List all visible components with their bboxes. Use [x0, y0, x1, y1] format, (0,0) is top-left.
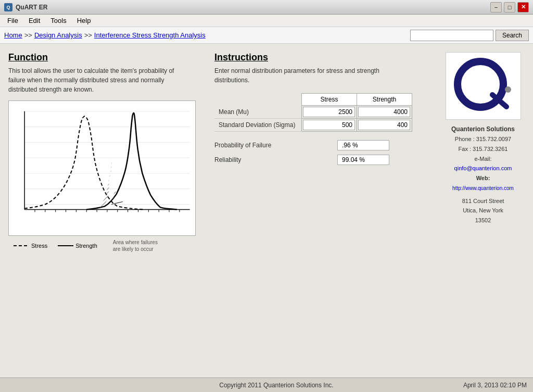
pof-result-row: Probability of Failure .96 % [214, 140, 433, 150]
minimize-button[interactable]: − [490, 2, 502, 12]
company-info: Quanterion Solutions Phone : 315.732.009… [451, 124, 515, 225]
nav-bar: Home >> Design Analysis >> Interference … [0, 27, 533, 44]
breadcrumb-sep1: >> [24, 31, 32, 39]
menu-file[interactable]: File [2, 16, 23, 26]
stddev-stress-input[interactable] [303, 120, 355, 130]
chart-svg [9, 101, 195, 235]
failure-area-note: Area where failuresare likely to occur [113, 239, 158, 252]
results-section: Probability of Failure .96 % Reliability… [214, 140, 433, 165]
maximize-button[interactable]: □ [504, 2, 515, 12]
mean-label: Mean (Mu) [214, 106, 302, 119]
reliability-value: 99.04 % [337, 155, 389, 165]
col-header-strength: Strength [357, 94, 412, 106]
stress-line-icon [14, 245, 29, 246]
phone-number: 315.732.0097 [476, 136, 511, 142]
company-name: Quanterion Solutions [451, 124, 515, 134]
company-web-label: Web: [451, 173, 515, 183]
strength-label: Strength [75, 243, 97, 249]
middle-panel: Instructions Enter normal distribution p… [214, 52, 433, 369]
function-description: This tool allows the user to calculate t… [8, 66, 185, 94]
mean-strength-cell [357, 106, 412, 119]
strength-line-icon [58, 245, 73, 246]
legend-stress: Stress [14, 239, 47, 252]
fax-number: 315.732.3261 [473, 146, 507, 152]
company-panel: Quanterion Solutions Phone : 315.732.009… [441, 52, 525, 369]
pof-value: .96 % [337, 140, 389, 150]
menu-help[interactable]: Help [72, 16, 96, 26]
chart-container [8, 100, 196, 236]
company-email[interactable]: qinfo@quanterion.com [451, 163, 515, 173]
breadcrumb-design-analysis[interactable]: Design Analysis [34, 31, 82, 39]
title-bar: Q QuART ER − □ ✕ [0, 0, 533, 15]
company-address1: 811 Court Street [451, 196, 515, 206]
breadcrumb: Home >> Design Analysis >> Interference … [4, 31, 206, 39]
search-input[interactable] [410, 30, 493, 41]
svg-point-28 [505, 86, 511, 93]
stddev-stress-cell [302, 119, 357, 132]
company-logo [446, 52, 521, 120]
legend-strength: Strength [58, 239, 97, 252]
company-address2: Utica, New York [451, 206, 515, 216]
function-title: Function [8, 52, 206, 63]
search-button[interactable]: Search [496, 30, 529, 41]
stress-label: Stress [31, 243, 47, 249]
company-website[interactable]: http://www.quanterion.com [451, 183, 515, 193]
input-table: Stress Strength Mean (Mu) Standard Devia… [214, 93, 412, 132]
status-bar: Copyright 2011 Quanterion Solutions Inc.… [0, 377, 533, 392]
stddev-strength-cell [357, 119, 412, 132]
close-button[interactable]: ✕ [517, 2, 529, 12]
breadcrumb-current[interactable]: Interference Stress Strength Analysis [94, 31, 206, 39]
stddev-strength-input[interactable] [358, 120, 410, 130]
table-row: Mean (Mu) [214, 106, 412, 119]
left-panel: Function This tool allows the user to ca… [8, 52, 206, 369]
col-header-stress: Stress [302, 94, 357, 106]
menu-tools[interactable]: Tools [45, 16, 71, 26]
pof-label: Probability of Failure [214, 142, 329, 149]
company-email-label: e-Mail: [451, 154, 515, 164]
company-fax: Fax : 315.732.3261 [451, 144, 515, 154]
mean-stress-input[interactable] [303, 107, 355, 117]
reliability-label: Reliability [214, 156, 329, 163]
company-address3: 13502 [451, 216, 515, 225]
search-area: Search [410, 30, 529, 41]
company-phone: Phone : 315.732.0097 [451, 134, 515, 144]
breadcrumb-home[interactable]: Home [4, 31, 22, 39]
breadcrumb-sep2: >> [84, 31, 92, 39]
mean-stress-cell [302, 106, 357, 119]
status-copyright: Copyright 2011 Quanterion Solutions Inc. [90, 382, 463, 389]
app-icon: Q [4, 3, 12, 11]
main-content: Function This tool allows the user to ca… [0, 44, 533, 377]
menu-bar: File Edit Tools Help [0, 15, 533, 27]
window-title: QuART ER [16, 4, 47, 11]
instructions-description: Enter normal distribution parameters for… [214, 66, 402, 85]
instructions-title: Instructions [214, 52, 433, 63]
fax-label: Fax : [459, 146, 471, 152]
mean-strength-input[interactable] [358, 107, 410, 117]
chart-legend: Stress Strength Area where failuresare l… [8, 239, 206, 252]
stddev-label: Standard Deviation (Sigma) [214, 119, 302, 132]
reliability-result-row: Reliability 99.04 % [214, 155, 433, 165]
table-row: Standard Deviation (Sigma) [214, 119, 412, 132]
phone-label: Phone : [455, 136, 475, 142]
website-link[interactable]: http://www.quanterion.com [452, 185, 514, 191]
menu-edit[interactable]: Edit [23, 16, 45, 26]
email-link[interactable]: qinfo@quanterion.com [454, 165, 512, 171]
status-datetime: April 3, 2013 02:10 PM [463, 382, 527, 389]
company-logo-svg [452, 57, 514, 115]
